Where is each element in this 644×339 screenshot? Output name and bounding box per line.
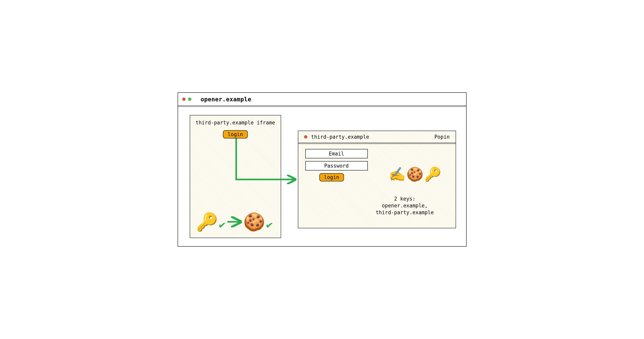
- popin-titlebar: third-party.example Popin: [298, 131, 456, 143]
- popin-keys-text: 2 keys: opener.example, third-party.exam…: [366, 196, 444, 216]
- window-zoom-icon: [188, 98, 191, 101]
- keys-line-1: opener.example,: [366, 202, 444, 209]
- popin-login-button[interactable]: login: [319, 173, 344, 182]
- keys-heading: 2 keys:: [366, 196, 444, 202]
- key-icon: 🔑: [196, 212, 218, 232]
- outer-window-titlebar: opener.example: [178, 93, 466, 106]
- outer-window: opener.example third-party.example ifram…: [178, 92, 466, 247]
- outer-window-body: third-party.example iframe login 🔑 ✔: [178, 107, 466, 246]
- write-cookie-key-icons: ✍️🍪🔑: [389, 166, 442, 182]
- cookie-icon: 🍪: [243, 212, 265, 232]
- iframe-login-button[interactable]: login: [223, 130, 248, 138]
- email-field[interactable]: Email: [305, 149, 368, 158]
- iframe-title: third-party.example iframe: [194, 120, 277, 126]
- popin-title: third-party.example: [311, 134, 369, 140]
- checkmark-icon: ✔: [266, 218, 274, 231]
- iframe-cookie-result: 🔑 ✔ 🍪 ✔: [196, 212, 277, 232]
- arrow-right-icon: [226, 216, 242, 228]
- diagram-canvas: opener.example third-party.example ifram…: [178, 92, 466, 247]
- password-field[interactable]: Password: [305, 161, 368, 170]
- keys-line-2: third-party.example: [366, 209, 444, 216]
- checkmark-icon: ✔: [218, 218, 226, 231]
- outer-window-title: opener.example: [201, 96, 252, 103]
- window-close-icon: [304, 135, 307, 138]
- iframe-box: third-party.example iframe login 🔑 ✔: [190, 115, 281, 238]
- popin-window: third-party.example Popin Email Password…: [298, 131, 456, 228]
- popin-type-label: Popin: [434, 134, 450, 140]
- window-close-icon: [182, 98, 186, 101]
- popin-body: Email Password login ✍️🍪🔑 2 keys: opener…: [298, 143, 456, 228]
